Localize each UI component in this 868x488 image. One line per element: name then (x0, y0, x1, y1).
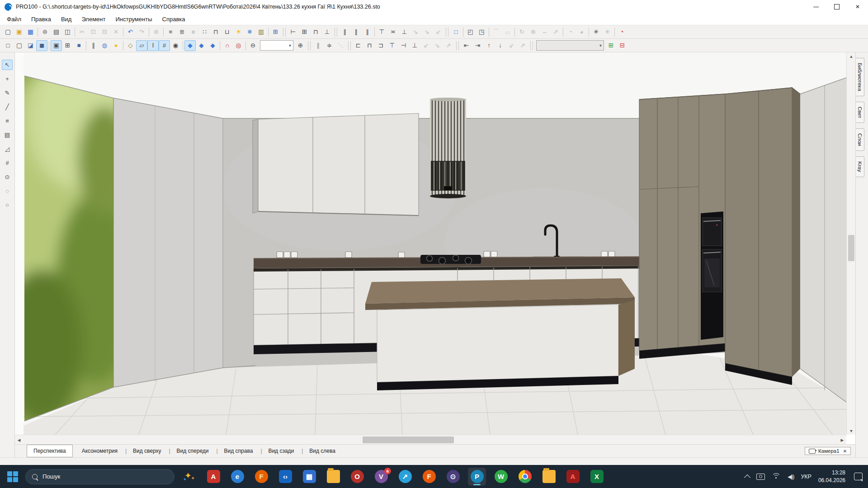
app-browser-dark[interactable]: ⊙ (444, 468, 462, 486)
drop-center-button[interactable]: ⊕ (528, 27, 539, 38)
view-tab-5[interactable]: Вид сзади (262, 445, 300, 457)
gap-pair-2-button[interactable]: ∥ (350, 27, 362, 38)
dims-horizontal-button[interactable]: ⊓ (210, 27, 222, 38)
sun-light-button[interactable]: ☀ (233, 27, 244, 38)
align-right-button[interactable]: ⊐ (375, 40, 387, 51)
line-tool-button[interactable]: ╱ (2, 102, 13, 112)
zoom-tool-button[interactable]: ○ (2, 200, 13, 210)
gap-pair-3-button[interactable]: ∥ (362, 27, 373, 38)
view-tab-0[interactable]: Перспектива (27, 445, 73, 457)
draw-tool-button[interactable]: ✎ (2, 88, 13, 98)
volume-icon[interactable]: ◀)) (788, 474, 794, 480)
align-center-button[interactable]: ⊓ (364, 40, 375, 51)
level-bottom-button[interactable]: ⊥ (399, 27, 410, 38)
language-indicator[interactable]: УКР (801, 474, 811, 480)
taskbar-search[interactable]: Пошук (25, 469, 175, 484)
ellipse-tool-button[interactable]: ○ (188, 27, 199, 38)
app-whatsapp[interactable]: W (492, 468, 510, 486)
distribute-h-button[interactable]: ∥ (312, 40, 324, 51)
panel-tab-0[interactable]: Библиотека (856, 58, 864, 96)
arc-a-button[interactable]: ⌒ (491, 27, 502, 38)
scroll-right-icon[interactable]: ▶ (838, 435, 846, 445)
push-down-button[interactable]: ↓ (495, 40, 506, 51)
scroll-left-icon[interactable]: ◀ (15, 435, 23, 445)
view-wireframe-button[interactable]: □ (2, 40, 14, 51)
clipboard-report-button[interactable]: ⊞ (270, 27, 281, 38)
menu-item-2[interactable]: Вид (56, 14, 77, 24)
spin-b-button[interactable]: ⇗ (517, 40, 528, 51)
dim-height-bottom-button[interactable]: ⊥ (321, 27, 333, 38)
copilot-sparkle-icon[interactable]: ✦✦✦ (183, 469, 198, 484)
list-tool-button[interactable]: ≡ (2, 116, 13, 126)
vertical-scroll-thumb[interactable] (848, 235, 854, 261)
report-button[interactable]: ≣ (176, 27, 188, 38)
dim-grid-button[interactable]: ⊞ (299, 27, 310, 38)
menu-item-4[interactable]: Инструменты (110, 14, 157, 24)
delete-button[interactable]: ✕ (110, 27, 122, 38)
probe-tool-button[interactable]: ◌ (2, 186, 13, 196)
zoom-level-combobox[interactable]: ▾ (260, 40, 293, 51)
view-realistic-button[interactable]: ◼ (36, 40, 47, 51)
app-edge[interactable]: e (228, 468, 246, 486)
slope-a-button[interactable]: ⇘ (410, 27, 421, 38)
arc-b-button[interactable]: ⌓ (502, 27, 513, 38)
screen-remove-button[interactable]: ⊟ (617, 40, 628, 51)
visibility-button[interactable]: ◉ (170, 40, 181, 51)
save-file-button[interactable]: ▦ (25, 27, 36, 38)
app-vscode[interactable]: ‹› (276, 468, 294, 486)
panel-tab-1[interactable]: Свет (856, 102, 864, 123)
show-sections-button[interactable]: ⊞ (62, 40, 73, 51)
slope-b-button[interactable]: ⇘ (421, 27, 433, 38)
app-adobe[interactable]: A (564, 468, 582, 486)
view-tab-6[interactable]: Вид слева (303, 445, 342, 457)
node-tool-button[interactable]: ⊙ (2, 172, 13, 182)
push-up-button[interactable]: ↑ (483, 40, 495, 51)
shade-b-button[interactable]: ◕ (576, 27, 587, 38)
price-report-button[interactable]: ▥ (255, 27, 267, 38)
wifi-icon[interactable] (772, 473, 781, 480)
app-explorer[interactable] (324, 468, 342, 486)
view-shaded-button[interactable]: ◪ (25, 40, 36, 51)
transparency-button[interactable]: ◍ (99, 40, 110, 51)
gap-pair-1-button[interactable]: ∥ (339, 27, 350, 38)
align-middle-button[interactable]: ⊣ (398, 40, 409, 51)
zoom-in-button[interactable]: ⊕ (295, 40, 306, 51)
shade-a-button[interactable]: ◔ (565, 27, 576, 38)
snap-plane-button[interactable]: ◆ (207, 40, 218, 51)
close-button[interactable]: ✕ (847, 0, 868, 14)
level-middle-button[interactable]: ≍ (387, 27, 399, 38)
show-solid-button[interactable]: ■ (73, 40, 85, 51)
page-setup-button[interactable]: ⊛ (39, 27, 51, 38)
3d-viewport[interactable] (15, 52, 846, 435)
panel-tab-2[interactable]: Слои (856, 128, 864, 151)
vertical-scrollbar[interactable]: ▲ ▼ (846, 52, 856, 435)
snap-edge-button[interactable]: ◆ (196, 40, 207, 51)
show-frame-button[interactable]: □ (450, 27, 462, 38)
group-button[interactable]: ◰ (465, 27, 476, 38)
app-firefox[interactable]: F (252, 468, 270, 486)
dimension-lines-button[interactable]: Ⅰ (147, 40, 159, 51)
app-viber[interactable]: V6 (372, 468, 390, 486)
app-acrobat[interactable]: A (204, 468, 222, 486)
menu-item-0[interactable]: Файл (2, 14, 26, 24)
horizontal-scroll-thumb[interactable] (363, 436, 454, 443)
swap-button[interactable]: ⇗ (550, 27, 561, 38)
new-file-button[interactable]: ▢ (2, 27, 14, 38)
view-sketch-button[interactable]: ▢ (14, 40, 25, 51)
app-excel[interactable]: X (588, 468, 606, 486)
tilt-c-button[interactable]: ⇗ (443, 40, 454, 51)
align-left-button[interactable]: ⊏ (353, 40, 364, 51)
undo-button[interactable]: ↶ (125, 27, 136, 38)
app-calculator[interactable]: ▦ (300, 468, 318, 486)
camera-tab[interactable]: Камера1 ✕ (805, 447, 851, 455)
clock[interactable]: 13:28 06.04.2026 (818, 469, 845, 483)
distribute-free-button[interactable]: ⋱ (335, 40, 346, 51)
view-tab-4[interactable]: Вид справа (218, 445, 259, 457)
tilt-a-button[interactable]: ⇙ (420, 40, 432, 51)
timer-button[interactable]: ◔ (616, 27, 627, 38)
menu-item-5[interactable]: Справка (157, 14, 190, 24)
settings-button[interactable]: ⊛ (151, 27, 162, 38)
flash-a-button[interactable]: ✳ (590, 27, 602, 38)
screen-add-button[interactable]: ⊞ (605, 40, 617, 51)
close-icon[interactable]: ✕ (843, 449, 847, 454)
